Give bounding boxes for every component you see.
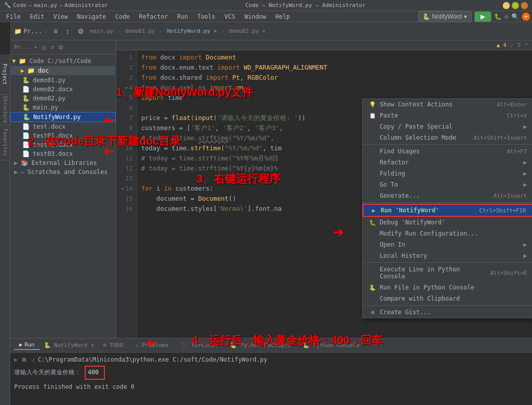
search-icon[interactable]: 🔍	[511, 13, 519, 20]
ln-4: ▶4	[116, 83, 133, 93]
tree-testdocx[interactable]: 📄 test.docx	[10, 122, 115, 131]
breadcrumb-demo01: demo01.py	[125, 28, 155, 34]
debug-icon[interactable]: 🐛	[494, 13, 502, 20]
tree-test01docx[interactable]: 📄 test01.docx	[10, 131, 115, 140]
file-name: main.py	[34, 2, 57, 9]
sidebar-locate-btn[interactable]: ◎	[40, 44, 47, 51]
menu-window[interactable]: Window	[241, 12, 270, 21]
toolbar-collapse-btn[interactable]: ≡	[51, 26, 60, 36]
problems-tab[interactable]: ⚠ Problems	[130, 341, 173, 350]
ctx-show-context[interactable]: 💡 Show Context Actions Alt+Enter	[363, 99, 532, 110]
tree-test03docx[interactable]: 📄 test03.docx	[10, 149, 115, 158]
maximize-button[interactable]	[512, 2, 519, 9]
ctx-paste[interactable]: 📋 Paste Ctrl+V	[363, 110, 532, 121]
ctx-run[interactable]: ▶ Run 'NotifyWord' Ctrl+Shift+F10	[363, 204, 532, 217]
ctx-run-file[interactable]: 🐍 Run File in Python Console	[363, 282, 532, 293]
menu-run[interactable]: Run	[173, 12, 192, 21]
project-tab[interactable]: Project	[0, 54, 10, 95]
mainpy-label: main.py	[33, 104, 58, 111]
python-packages-tab[interactable]: 🐍 Python Packages	[225, 341, 295, 350]
test03docx-icon: 📄	[22, 150, 30, 157]
tree-demo02docx[interactable]: 📄 demo02.docx	[10, 85, 115, 94]
menu-edit[interactable]: Edit	[26, 12, 48, 21]
code-line-1: from docx import Document	[141, 52, 528, 63]
menu-vcs[interactable]: VCS	[220, 12, 240, 21]
ctx-goto[interactable]: Go To ▶	[363, 179, 532, 190]
tree-demo01[interactable]: 🐍 demo01.py	[10, 76, 115, 85]
ctx-column-selection[interactable]: Column Selection Mode Alt+Shift+Insert	[363, 132, 532, 143]
ctx-local-history[interactable]: Local History ▶	[363, 250, 532, 261]
minimize-button[interactable]	[503, 2, 510, 9]
sidebar-add-btn[interactable]: +	[33, 44, 38, 51]
structure-tab[interactable]: Structure	[0, 95, 10, 125]
breadcrumb-path: main.py	[90, 28, 113, 34]
ctx-open-in[interactable]: Open In ▶	[363, 239, 532, 250]
tree-mainpy[interactable]: 🐍 main.py	[10, 103, 115, 112]
title-center: Code – NotifyWord.py – Administrator	[245, 2, 365, 9]
menu-tools[interactable]: Tools	[193, 12, 219, 21]
ctx-generate[interactable]: Generate... Alt+Insert	[363, 190, 532, 201]
path-sep2: ›	[159, 28, 163, 35]
terminal-tab[interactable]: ⬛ Terminal	[176, 341, 223, 350]
settings-icon[interactable]: ⚙	[505, 13, 508, 20]
ln-16: 16	[116, 204, 133, 214]
menu-help[interactable]: Help	[271, 12, 294, 21]
ln-15: 15	[116, 194, 133, 204]
run-config-label: NotifyWord	[432, 13, 462, 20]
favorites-tab[interactable]: Favorites	[0, 125, 10, 160]
tree-notifyword[interactable]: 🐍 NotifyWord.py	[10, 112, 115, 122]
menu-code[interactable]: Code	[111, 12, 134, 21]
menu-refactor[interactable]: Refactor	[135, 12, 172, 21]
sidebar-gear-btn[interactable]: ⚙	[57, 44, 65, 51]
terminal-tab-label: ⬛ Terminal	[181, 342, 218, 349]
todo-tab[interactable]: ≡ TODO	[98, 341, 129, 350]
run-button[interactable]: ▶	[475, 12, 491, 22]
ctx-copy-paste-special[interactable]: Copy / Paste Special ▶	[363, 121, 532, 132]
tree-doc[interactable]: ▶ 📁 doc	[10, 66, 115, 76]
add-icon[interactable]: +	[522, 13, 530, 21]
ln-12: 12	[116, 163, 133, 173]
tree-root[interactable]: ▼ 📁 Code C:/soft/Code	[10, 56, 115, 66]
testdocx-label: test.docx	[33, 123, 66, 130]
ctx-modify-run[interactable]: Modify Run Configuration...	[363, 228, 532, 239]
ln-5: 5	[116, 93, 133, 103]
tree-extlibs[interactable]: ▶ 📚 External Libraries	[10, 158, 115, 167]
demo02docx-label: demo02.docx	[33, 86, 73, 93]
ctx-execute-line[interactable]: Execute Line in Python Console Alt+Shift…	[363, 264, 532, 282]
toolbar-sort-btn[interactable]: ↕	[64, 26, 72, 36]
tree-demo02py[interactable]: 🐍 demo02.py	[10, 94, 115, 103]
toolbar-gear-btn[interactable]: ⚙	[76, 26, 86, 36]
menu-view[interactable]: View	[49, 12, 72, 21]
ctx-create-gist[interactable]: ⚙ Create Gist...	[363, 307, 532, 318]
close-button[interactable]	[521, 2, 528, 9]
run-tab[interactable]: ▶ Run	[14, 340, 40, 350]
code-line-4: from docx.oxml.ns import qn	[141, 83, 528, 93]
demo01-icon: 🐍	[22, 77, 30, 84]
title-sep: –	[29, 2, 32, 9]
tree-scratches[interactable]: ▶ ✏ Scratches and Consoles	[10, 167, 115, 177]
ctx-sep4	[363, 305, 532, 306]
run-tab-label: Run	[25, 341, 35, 348]
warning-count: ▲ 4	[497, 42, 507, 48]
extlibs-icon: ▶	[14, 159, 18, 166]
context-menu: 💡 Show Context Actions Alt+Enter 📋 Paste…	[362, 98, 532, 318]
ctx-debug[interactable]: 🐛 Debug 'NotifyWord'	[363, 217, 532, 228]
sidebar-collapse-btn[interactable]: ≡	[49, 44, 55, 51]
demo02py-label: demo02.py	[33, 95, 66, 102]
python-console-tab[interactable]: 🐍 Python Console	[298, 341, 365, 350]
debug-ctx-icon: 🐛	[369, 219, 377, 226]
run-config-button[interactable]: 🐍 NotifyWord ▾	[418, 11, 471, 22]
window-controls[interactable]	[503, 2, 528, 9]
code-line-2: from docx.enum.text import WD_PARAGRAPH_…	[141, 63, 528, 73]
ctx-find-usages[interactable]: Find Usages Alt+F7	[363, 146, 532, 157]
ctx-refactor[interactable]: Refactor ▶	[363, 157, 532, 168]
menu-navigate[interactable]: Navigate	[73, 12, 110, 21]
ctx-compare-clipboard[interactable]: Compare with Clipboard	[363, 293, 532, 304]
root-icon: ▼	[12, 57, 16, 65]
ctx-folding[interactable]: Folding ▶	[363, 168, 532, 179]
menu-file[interactable]: File	[2, 12, 25, 21]
expand-icon[interactable]: ⌃	[524, 42, 528, 48]
tree-test02docx[interactable]: 📄 test02.docx	[10, 140, 115, 149]
paste-icon: 📋	[369, 112, 377, 119]
extlibs-folder-icon: 📚	[21, 159, 28, 166]
